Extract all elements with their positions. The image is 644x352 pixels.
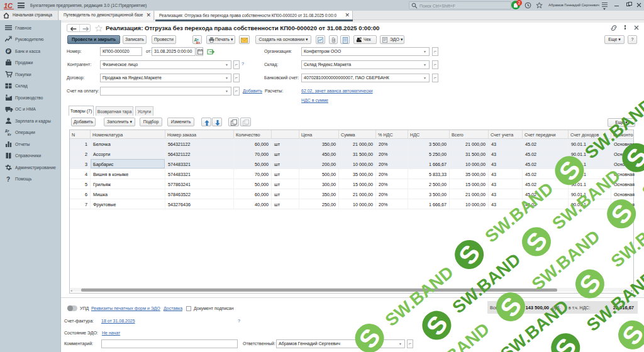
svg-text:?: ? bbox=[6, 176, 10, 183]
svg-text:Кт: Кт bbox=[8, 133, 11, 136]
svg-text:₽: ₽ bbox=[7, 48, 10, 54]
